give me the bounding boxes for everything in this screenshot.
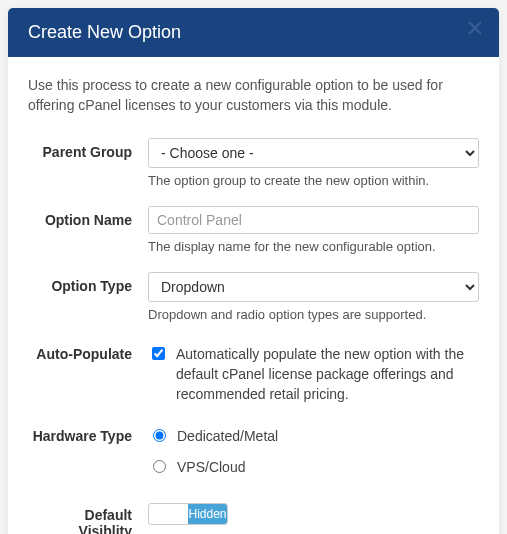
option-type-select[interactable]: Dropdown: [148, 272, 479, 302]
help-option-name: The display name for the new configurabl…: [148, 239, 479, 254]
row-option-type: Option Type Dropdown Dropdown and radio …: [28, 272, 479, 322]
row-hardware-type: Hardware Type Dedicated/Metal VPS/Cloud: [28, 422, 479, 483]
help-option-type: Dropdown and radio option types are supp…: [148, 307, 479, 322]
parent-group-select[interactable]: - Choose one -: [148, 138, 479, 168]
label-auto-populate: Auto-Populate: [28, 340, 148, 362]
intro-text: Use this process to create a new configu…: [28, 75, 479, 116]
row-parent-group: Parent Group - Choose one - The option g…: [28, 138, 479, 188]
close-icon[interactable]: [467, 20, 485, 38]
label-parent-group: Parent Group: [28, 138, 148, 160]
visibility-toggle-state: Hidden: [188, 504, 227, 524]
option-name-input[interactable]: [148, 206, 479, 234]
hardware-radio-vps[interactable]: [153, 460, 166, 473]
auto-populate-checkbox[interactable]: [152, 347, 165, 360]
label-default-visibility: Default Visiblity: [28, 501, 148, 534]
hardware-label-vps: VPS/Cloud: [177, 457, 245, 477]
hardware-radio-dedicated[interactable]: [153, 429, 166, 442]
modal-body: Use this process to create a new configu…: [8, 57, 499, 534]
label-hardware-type: Hardware Type: [28, 422, 148, 444]
visibility-toggle[interactable]: Hidden: [148, 503, 228, 525]
modal-header: Create New Option: [8, 8, 499, 57]
hardware-label-dedicated: Dedicated/Metal: [177, 426, 278, 446]
create-option-modal: Create New Option Use this process to cr…: [8, 8, 499, 534]
row-auto-populate: Auto-Populate Automatically populate the…: [28, 340, 479, 405]
modal-title: Create New Option: [28, 22, 181, 42]
auto-populate-text: Automatically populate the new option wi…: [176, 344, 479, 405]
label-option-name: Option Name: [28, 206, 148, 228]
row-option-name: Option Name The display name for the new…: [28, 206, 479, 254]
help-parent-group: The option group to create the new optio…: [148, 173, 479, 188]
row-default-visibility: Default Visiblity Hidden: [28, 501, 479, 534]
label-option-type: Option Type: [28, 272, 148, 294]
